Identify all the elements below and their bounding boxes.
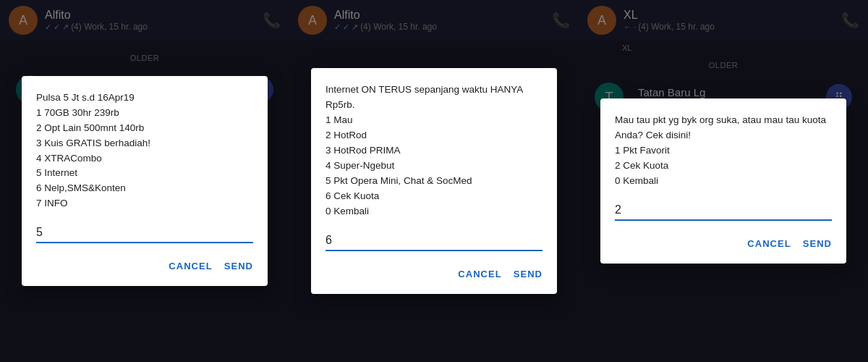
overlay-1: Pulsa 5 Jt s.d 16Apr19 1 70GB 30hr 239rb… bbox=[0, 0, 289, 362]
dialog-actions-1: CANCEL SEND bbox=[36, 258, 253, 274]
overlay-2: Internet ON TERUS sepanjang waktu HANYA … bbox=[289, 0, 579, 362]
cancel-button-2[interactable]: CANCEL bbox=[458, 266, 501, 282]
dialog-input-1[interactable] bbox=[36, 223, 253, 243]
dialog-3: Mau tau pkt yg byk org suka, atau mau ta… bbox=[600, 98, 846, 264]
panel-3: A XL ← · (4) Work, 15 hr. ago 📞 XL OLDER… bbox=[579, 0, 868, 362]
cancel-button-3[interactable]: CANCEL bbox=[747, 235, 791, 252]
dialog-input-3[interactable] bbox=[615, 201, 832, 221]
panel-1: A Alfito ✓ ✓ ↗ (4) Work, 15 hr. ago 📞 OL… bbox=[0, 0, 289, 362]
dialog-message-3: Mau tau pkt yg byk org suka, atau mau ta… bbox=[615, 113, 832, 189]
dialog-input-area-3 bbox=[615, 201, 832, 221]
dialog-input-area-2 bbox=[326, 231, 542, 251]
send-button-3[interactable]: SEND bbox=[803, 235, 832, 252]
dialog-message-2: Internet ON TERUS sepanjang waktu HANYA … bbox=[326, 83, 542, 219]
overlay-3: Mau tau pkt yg byk org suka, atau mau ta… bbox=[579, 0, 868, 362]
dialog-actions-2: CANCEL SEND bbox=[326, 266, 542, 282]
cancel-button-1[interactable]: CANCEL bbox=[169, 258, 212, 274]
send-button-2[interactable]: SEND bbox=[514, 266, 542, 282]
dialog-1: Pulsa 5 Jt s.d 16Apr19 1 70GB 30hr 239rb… bbox=[22, 76, 268, 286]
panel-2: A Alfito ✓ ✓ ↗ (4) Work, 15 hr. ago 📞 In… bbox=[289, 0, 579, 362]
dialog-input-area-1 bbox=[36, 223, 253, 243]
dialog-actions-3: CANCEL SEND bbox=[615, 235, 832, 252]
dialog-2: Internet ON TERUS sepanjang waktu HANYA … bbox=[311, 68, 557, 293]
dialog-message-1: Pulsa 5 Jt s.d 16Apr19 1 70GB 30hr 239rb… bbox=[36, 90, 253, 211]
dialog-input-2[interactable] bbox=[326, 231, 542, 251]
send-button-1[interactable]: SEND bbox=[224, 258, 253, 274]
